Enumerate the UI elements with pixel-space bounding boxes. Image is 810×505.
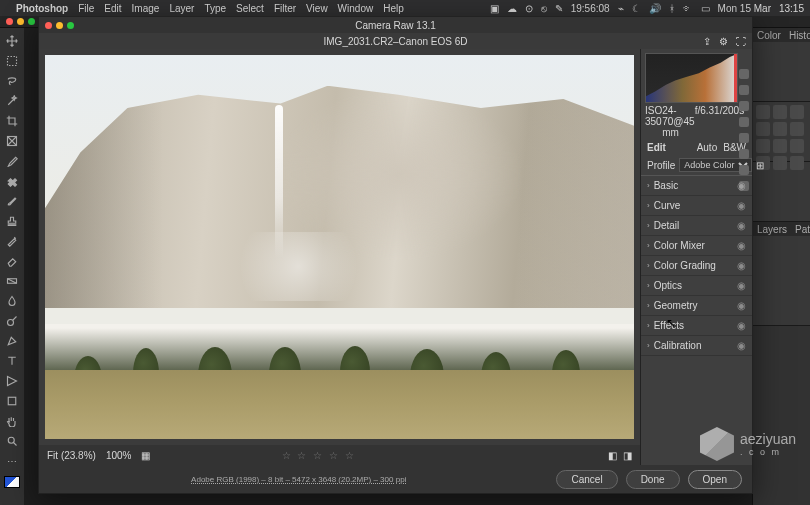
panel-optics[interactable]: ›Optics◉ (641, 276, 752, 296)
panel-calibration[interactable]: ›Calibration◉ (641, 336, 752, 356)
app-name[interactable]: Photoshop (16, 3, 68, 14)
panel-basic[interactable]: ›Basic◉ (641, 176, 752, 196)
auto-button[interactable]: Auto (697, 142, 718, 153)
edit-heading: Edit (647, 142, 666, 153)
marquee-tool-icon[interactable] (3, 52, 21, 70)
done-button[interactable]: Done (626, 470, 680, 489)
minimize-icon[interactable] (17, 18, 24, 25)
menubar-clock: 13:15 (779, 3, 804, 14)
camera-raw-dialog: Camera Raw 13.1 IMG_2031.CR2 – Canon EOS… (38, 16, 753, 494)
eyedropper-tool-icon[interactable] (3, 152, 21, 170)
menu-layer[interactable]: Layer (169, 3, 194, 14)
acr-tool-strip (738, 69, 750, 191)
frame-tool-icon[interactable] (3, 132, 21, 150)
fullscreen-icon[interactable]: ⛶ (736, 36, 746, 47)
fit-zoom-label[interactable]: Fit (23.8%) (47, 450, 96, 461)
profile-browse-icon[interactable]: ⊞ (756, 160, 764, 171)
close-icon[interactable] (6, 18, 13, 25)
menu-file[interactable]: File (78, 3, 94, 14)
hand-tool-icon[interactable] (3, 412, 21, 430)
menu-image[interactable]: Image (132, 3, 160, 14)
stamp-tool-icon[interactable] (3, 212, 21, 230)
svg-rect-0 (8, 57, 17, 66)
profile-label: Profile (647, 160, 675, 171)
menu-edit[interactable]: Edit (104, 3, 121, 14)
crop-tool-icon[interactable] (3, 112, 21, 130)
shape-tool-icon[interactable] (3, 392, 21, 410)
zoom-icon[interactable] (28, 18, 35, 25)
moon-icon: ☾ (632, 3, 641, 14)
status-icon: ⊙ (525, 3, 533, 14)
crop-icon[interactable] (739, 85, 749, 95)
eraser-tool-icon[interactable] (3, 252, 21, 270)
wifi-icon: ᯤ (683, 3, 693, 14)
panel-detail[interactable]: ›Detail◉ (641, 216, 752, 236)
ps-right-panels: ColorHistoryActions LayersPaths (752, 28, 810, 505)
eye-icon[interactable]: ◉ (737, 260, 746, 271)
compare-icon[interactable]: ◧ (608, 450, 617, 461)
eye-icon[interactable]: ◉ (737, 240, 746, 251)
heal-tool-icon[interactable] (3, 172, 21, 190)
eye-icon[interactable]: ◉ (737, 320, 746, 331)
snapshot-icon[interactable] (739, 149, 749, 159)
panel-geometry[interactable]: ›Geometry◉ (641, 296, 752, 316)
color-swatch[interactable] (4, 476, 20, 488)
lasso-tool-icon[interactable] (3, 72, 21, 90)
menu-type[interactable]: Type (204, 3, 226, 14)
zoom-tool-icon[interactable] (3, 432, 21, 450)
eye-icon[interactable]: ◉ (737, 200, 746, 211)
redeye-icon[interactable] (739, 133, 749, 143)
eye-icon[interactable]: ◉ (737, 180, 746, 191)
edit-icon[interactable] (739, 69, 749, 79)
mask-icon[interactable] (739, 117, 749, 127)
acr-title: Camera Raw 13.1 (355, 20, 436, 31)
panel-effects[interactable]: ›Effects◉ (641, 316, 752, 336)
type-tool-icon[interactable] (3, 352, 21, 370)
menu-window[interactable]: Window (338, 3, 374, 14)
acr-edit-panel: ISO 350 24-70@45 mm f/6.3 1/200s Edit Au… (640, 49, 752, 465)
menu-help[interactable]: Help (383, 3, 404, 14)
preview-canvas[interactable] (45, 55, 634, 439)
panel-color-mixer[interactable]: ›Color Mixer◉ (641, 236, 752, 256)
zoom-icon[interactable] (67, 22, 74, 29)
move-tool-icon[interactable] (3, 32, 21, 50)
tab-color[interactable]: Color (753, 28, 785, 42)
preset-icon[interactable] (739, 165, 749, 175)
eye-icon[interactable]: ◉ (737, 280, 746, 291)
path-tool-icon[interactable] (3, 372, 21, 390)
zoom-100[interactable]: 100% (106, 450, 132, 461)
pen-tool-icon[interactable] (3, 332, 21, 350)
eye-icon[interactable]: ◉ (737, 220, 746, 231)
ps-toolbar: ⋯ (0, 28, 24, 505)
acr-camera: Canon EOS 6D (399, 36, 468, 47)
before-after-icon[interactable]: ◨ (623, 450, 632, 461)
gradient-tool-icon[interactable] (3, 272, 21, 290)
panel-color-grading[interactable]: ›Color Grading◉ (641, 256, 752, 276)
eye-icon[interactable]: ◉ (737, 300, 746, 311)
close-icon[interactable] (45, 22, 52, 29)
blur-tool-icon[interactable] (3, 292, 21, 310)
workflow-info[interactable]: Adobe RGB (1998) – 8 bit – 5472 x 3648 (… (49, 475, 548, 484)
tab-paths[interactable]: Paths (791, 222, 810, 236)
menu-select[interactable]: Select (236, 3, 264, 14)
dodge-tool-icon[interactable] (3, 312, 21, 330)
eye-icon[interactable]: ◉ (737, 340, 746, 351)
tab-layers[interactable]: Layers (753, 222, 791, 236)
cancel-button[interactable]: Cancel (556, 470, 617, 489)
panel-curve[interactable]: ›Curve◉ (641, 196, 752, 216)
menu-filter[interactable]: Filter (274, 3, 296, 14)
settings-icon[interactable]: ⚙ (719, 36, 728, 47)
open-button[interactable]: Open (688, 470, 742, 489)
more-tools-icon[interactable]: ⋯ (3, 452, 21, 470)
histogram[interactable] (645, 53, 738, 103)
minimize-icon[interactable] (56, 22, 63, 29)
history-brush-icon[interactable] (3, 232, 21, 250)
grid-icon[interactable]: ▦ (141, 450, 150, 461)
tab-history[interactable]: History (785, 28, 810, 42)
menu-view[interactable]: View (306, 3, 328, 14)
heal-icon[interactable] (739, 101, 749, 111)
share-icon[interactable]: ⇪ (703, 36, 711, 47)
rating-stars[interactable]: ☆ ☆ ☆ ☆ ☆ (282, 450, 356, 461)
brush-tool-icon[interactable] (3, 192, 21, 210)
wand-tool-icon[interactable] (3, 92, 21, 110)
